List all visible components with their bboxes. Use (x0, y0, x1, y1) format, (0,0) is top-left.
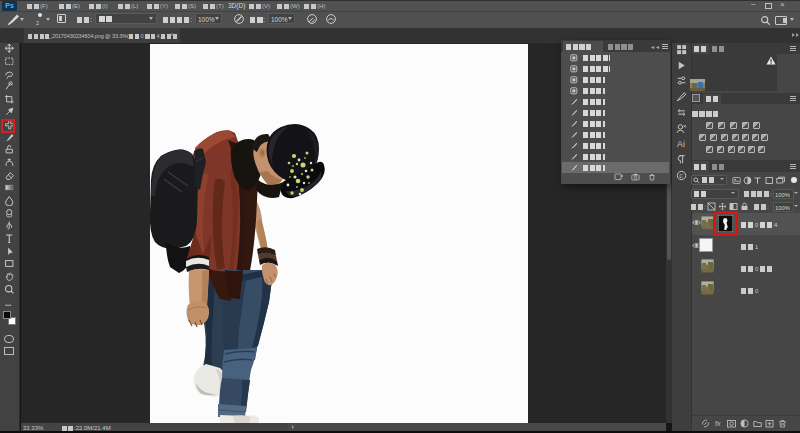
svg-text:Ai: Ai (677, 139, 685, 149)
svg-text:c: c (679, 172, 683, 179)
svg-text:fx: fx (715, 420, 721, 427)
